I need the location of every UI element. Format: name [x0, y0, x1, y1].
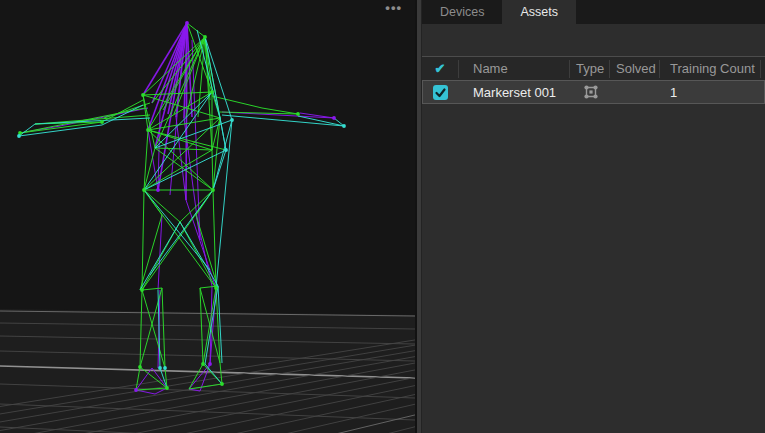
skeleton-wireframe-scene	[0, 0, 415, 433]
column-header-solved[interactable]: Solved	[610, 60, 660, 78]
asset-row-markerset[interactable]: Markerset 001 1	[422, 80, 765, 104]
assets-panel: Devices Assets ✔ Name Type Solved Traini…	[422, 0, 765, 433]
column-header-checked[interactable]: ✔	[422, 60, 459, 78]
asset-name: Markerset 001	[459, 85, 570, 100]
viewport-3d[interactable]: •••	[0, 0, 415, 433]
column-header-type[interactable]: Type	[570, 60, 610, 78]
asset-enabled-checkbox[interactable]	[433, 85, 448, 100]
viewport-menu-button[interactable]: •••	[385, 0, 402, 16]
column-header-spacer	[761, 60, 765, 78]
assets-table: ✔ Name Type Solved Training Count Marker…	[422, 56, 765, 104]
tab-devices[interactable]: Devices	[422, 0, 502, 24]
column-header-name[interactable]: Name	[459, 60, 570, 78]
assets-table-header: ✔ Name Type Solved Training Count	[422, 56, 765, 80]
column-header-training-count[interactable]: Training Count	[660, 60, 761, 78]
tab-assets[interactable]: Assets	[502, 0, 576, 24]
panel-splitter[interactable]	[415, 0, 422, 433]
panel-tab-bar: Devices Assets	[422, 0, 765, 24]
asset-training-count: 1	[660, 85, 761, 100]
markerset-icon	[583, 84, 599, 100]
checkmark-icon	[434, 86, 447, 99]
ellipsis-icon: •••	[385, 0, 402, 15]
